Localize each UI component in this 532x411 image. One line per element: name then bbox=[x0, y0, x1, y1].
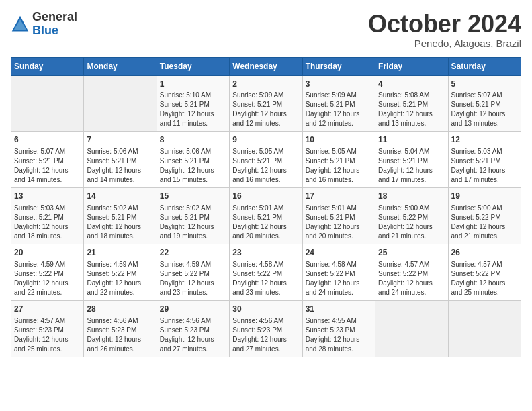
logo-icon bbox=[11, 15, 30, 34]
day-header-thursday: Thursday bbox=[302, 57, 375, 75]
day-info: Sunrise: 4:55 AM Sunset: 5:23 PM Dayligh… bbox=[306, 316, 372, 354]
day-info: Sunrise: 4:56 AM Sunset: 5:23 PM Dayligh… bbox=[87, 316, 153, 354]
calendar-cell: 16Sunrise: 5:01 AM Sunset: 5:21 PM Dayli… bbox=[230, 188, 302, 244]
calendar-cell: 12Sunrise: 5:03 AM Sunset: 5:21 PM Dayli… bbox=[448, 132, 521, 188]
day-info: Sunrise: 5:10 AM Sunset: 5:21 PM Dayligh… bbox=[160, 91, 226, 128]
day-info: Sunrise: 5:03 AM Sunset: 5:21 PM Dayligh… bbox=[14, 203, 81, 241]
day-number: 14 bbox=[87, 191, 153, 202]
page-header: General Blue October 2024 Penedo, Alagoa… bbox=[11, 11, 521, 49]
calendar-cell: 4Sunrise: 5:08 AM Sunset: 5:21 PM Daylig… bbox=[375, 75, 448, 132]
day-number: 10 bbox=[306, 134, 372, 146]
calendar-cell: 5Sunrise: 5:07 AM Sunset: 5:21 PM Daylig… bbox=[448, 75, 521, 132]
day-info: Sunrise: 4:59 AM Sunset: 5:22 PM Dayligh… bbox=[87, 260, 153, 298]
calendar-cell: 22Sunrise: 4:59 AM Sunset: 5:22 PM Dayli… bbox=[157, 244, 229, 300]
day-info: Sunrise: 4:57 AM Sunset: 5:22 PM Dayligh… bbox=[451, 260, 518, 298]
day-info: Sunrise: 4:57 AM Sunset: 5:23 PM Dayligh… bbox=[14, 316, 81, 354]
day-info: Sunrise: 4:59 AM Sunset: 5:22 PM Dayligh… bbox=[160, 260, 226, 298]
month-title: October 2024 bbox=[368, 11, 521, 38]
day-header-wednesday: Wednesday bbox=[230, 57, 302, 75]
day-number: 27 bbox=[14, 304, 81, 315]
day-number: 18 bbox=[378, 191, 445, 202]
calendar-cell: 26Sunrise: 4:57 AM Sunset: 5:22 PM Dayli… bbox=[448, 244, 521, 300]
calendar-cell bbox=[448, 300, 521, 357]
day-number: 7 bbox=[87, 134, 153, 146]
day-info: Sunrise: 4:56 AM Sunset: 5:23 PM Dayligh… bbox=[160, 316, 226, 354]
day-number: 13 bbox=[14, 191, 81, 202]
calendar-week-row: 13Sunrise: 5:03 AM Sunset: 5:21 PM Dayli… bbox=[11, 188, 521, 244]
day-info: Sunrise: 5:00 AM Sunset: 5:22 PM Dayligh… bbox=[451, 203, 518, 241]
day-number: 22 bbox=[160, 247, 226, 259]
calendar-cell: 20Sunrise: 4:59 AM Sunset: 5:22 PM Dayli… bbox=[11, 244, 84, 300]
calendar-cell: 15Sunrise: 5:02 AM Sunset: 5:21 PM Dayli… bbox=[157, 188, 229, 244]
day-header-tuesday: Tuesday bbox=[157, 57, 229, 75]
day-number: 12 bbox=[451, 134, 518, 146]
day-info: Sunrise: 5:04 AM Sunset: 5:21 PM Dayligh… bbox=[378, 147, 445, 185]
calendar-cell: 27Sunrise: 4:57 AM Sunset: 5:23 PM Dayli… bbox=[11, 300, 84, 357]
day-info: Sunrise: 5:00 AM Sunset: 5:22 PM Dayligh… bbox=[378, 203, 445, 241]
day-info: Sunrise: 5:06 AM Sunset: 5:21 PM Dayligh… bbox=[160, 147, 226, 185]
logo: General Blue bbox=[11, 11, 77, 38]
calendar-cell: 25Sunrise: 4:57 AM Sunset: 5:22 PM Dayli… bbox=[375, 244, 448, 300]
day-number: 29 bbox=[160, 304, 226, 315]
day-number: 5 bbox=[451, 79, 518, 90]
calendar-cell: 21Sunrise: 4:59 AM Sunset: 5:22 PM Dayli… bbox=[84, 244, 157, 300]
day-number: 2 bbox=[232, 79, 299, 90]
day-header-saturday: Saturday bbox=[448, 57, 521, 75]
calendar-week-row: 20Sunrise: 4:59 AM Sunset: 5:22 PM Dayli… bbox=[11, 244, 521, 300]
day-number: 23 bbox=[232, 247, 299, 259]
day-number: 21 bbox=[87, 247, 153, 259]
calendar-cell bbox=[84, 75, 157, 132]
day-info: Sunrise: 5:09 AM Sunset: 5:21 PM Dayligh… bbox=[232, 91, 299, 128]
day-number: 4 bbox=[378, 79, 445, 90]
day-info: Sunrise: 5:06 AM Sunset: 5:21 PM Dayligh… bbox=[87, 147, 153, 185]
calendar-cell: 6Sunrise: 5:07 AM Sunset: 5:21 PM Daylig… bbox=[11, 132, 84, 188]
day-header-monday: Monday bbox=[84, 57, 157, 75]
calendar-cell: 18Sunrise: 5:00 AM Sunset: 5:22 PM Dayli… bbox=[375, 188, 448, 244]
calendar-cell: 2Sunrise: 5:09 AM Sunset: 5:21 PM Daylig… bbox=[230, 75, 302, 132]
calendar-table: SundayMondayTuesdayWednesdayThursdayFrid… bbox=[11, 57, 521, 357]
day-info: Sunrise: 5:01 AM Sunset: 5:21 PM Dayligh… bbox=[232, 203, 299, 241]
day-info: Sunrise: 4:56 AM Sunset: 5:23 PM Dayligh… bbox=[232, 316, 299, 354]
calendar-cell: 1Sunrise: 5:10 AM Sunset: 5:21 PM Daylig… bbox=[157, 75, 229, 132]
calendar-cell: 9Sunrise: 5:05 AM Sunset: 5:21 PM Daylig… bbox=[230, 132, 302, 188]
calendar-cell: 24Sunrise: 4:58 AM Sunset: 5:22 PM Dayli… bbox=[302, 244, 375, 300]
day-number: 20 bbox=[14, 247, 81, 259]
day-number: 1 bbox=[160, 79, 226, 90]
day-number: 9 bbox=[232, 134, 299, 146]
day-info: Sunrise: 5:01 AM Sunset: 5:21 PM Dayligh… bbox=[306, 203, 372, 241]
day-number: 30 bbox=[232, 304, 299, 315]
day-header-friday: Friday bbox=[375, 57, 448, 75]
calendar-cell: 30Sunrise: 4:56 AM Sunset: 5:23 PM Dayli… bbox=[230, 300, 302, 357]
calendar-cell: 3Sunrise: 5:09 AM Sunset: 5:21 PM Daylig… bbox=[302, 75, 375, 132]
title-block: October 2024 Penedo, Alagoas, Brazil bbox=[368, 11, 521, 49]
calendar-cell: 14Sunrise: 5:02 AM Sunset: 5:21 PM Dayli… bbox=[84, 188, 157, 244]
day-number: 26 bbox=[451, 247, 518, 259]
day-info: Sunrise: 5:02 AM Sunset: 5:21 PM Dayligh… bbox=[160, 203, 226, 241]
calendar-cell bbox=[11, 75, 84, 132]
day-number: 3 bbox=[306, 79, 372, 90]
calendar-week-row: 27Sunrise: 4:57 AM Sunset: 5:23 PM Dayli… bbox=[11, 300, 521, 357]
day-number: 24 bbox=[306, 247, 372, 259]
day-number: 31 bbox=[306, 304, 372, 315]
calendar-cell: 28Sunrise: 4:56 AM Sunset: 5:23 PM Dayli… bbox=[84, 300, 157, 357]
calendar-cell: 11Sunrise: 5:04 AM Sunset: 5:21 PM Dayli… bbox=[375, 132, 448, 188]
calendar-cell: 7Sunrise: 5:06 AM Sunset: 5:21 PM Daylig… bbox=[84, 132, 157, 188]
calendar-header-row: SundayMondayTuesdayWednesdayThursdayFrid… bbox=[11, 57, 521, 75]
calendar-week-row: 1Sunrise: 5:10 AM Sunset: 5:21 PM Daylig… bbox=[11, 75, 521, 132]
day-number: 6 bbox=[14, 134, 81, 146]
calendar-cell: 29Sunrise: 4:56 AM Sunset: 5:23 PM Dayli… bbox=[157, 300, 229, 357]
day-info: Sunrise: 4:58 AM Sunset: 5:22 PM Dayligh… bbox=[306, 260, 372, 298]
day-info: Sunrise: 5:05 AM Sunset: 5:21 PM Dayligh… bbox=[232, 147, 299, 185]
calendar-cell: 19Sunrise: 5:00 AM Sunset: 5:22 PM Dayli… bbox=[448, 188, 521, 244]
calendar-cell: 13Sunrise: 5:03 AM Sunset: 5:21 PM Dayli… bbox=[11, 188, 84, 244]
day-info: Sunrise: 5:07 AM Sunset: 5:21 PM Dayligh… bbox=[14, 147, 81, 185]
day-number: 17 bbox=[306, 191, 372, 202]
day-number: 15 bbox=[160, 191, 226, 202]
day-number: 25 bbox=[378, 247, 445, 259]
day-info: Sunrise: 4:59 AM Sunset: 5:22 PM Dayligh… bbox=[14, 260, 81, 298]
day-info: Sunrise: 5:05 AM Sunset: 5:21 PM Dayligh… bbox=[306, 147, 372, 185]
location-text: Penedo, Alagoas, Brazil bbox=[368, 38, 521, 49]
calendar-cell: 8Sunrise: 5:06 AM Sunset: 5:21 PM Daylig… bbox=[157, 132, 229, 188]
day-info: Sunrise: 5:03 AM Sunset: 5:21 PM Dayligh… bbox=[451, 147, 518, 185]
day-info: Sunrise: 4:57 AM Sunset: 5:22 PM Dayligh… bbox=[378, 260, 445, 298]
